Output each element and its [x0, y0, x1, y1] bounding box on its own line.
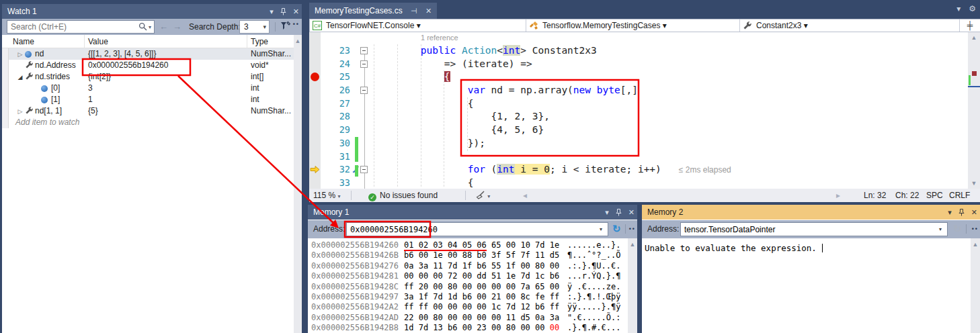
code-line[interactable]: 31: [309, 150, 968, 164]
watch-row[interactable]: ◢nd.strides{int[2]}int[]: [2, 71, 294, 83]
code-line[interactable]: 28 {1, 2, 3},: [309, 110, 968, 124]
memory2-address-input[interactable]: [680, 222, 948, 236]
close-icon[interactable]: ✕: [971, 205, 977, 220]
gear-icon[interactable]: ⚙: [969, 4, 976, 13]
chevron-down-icon[interactable]: ▾: [663, 21, 667, 30]
chevron-down-icon[interactable]: ▾: [417, 21, 421, 30]
memory-row-ascii: ÿÿ.....}.¶ÿ: [567, 302, 620, 312]
split-window-button[interactable]: ╪: [960, 19, 980, 32]
tab-close-icon[interactable]: ✕: [425, 7, 432, 15]
expander-icon[interactable]: ▷: [15, 106, 25, 117]
scroll-up-icon[interactable]: ▲: [295, 38, 301, 44]
chevron-down-icon[interactable]: ▾: [600, 226, 602, 232]
memory1-titlebar[interactable]: Memory 1 ▾ ✕: [308, 205, 637, 220]
memory2-scrollbar[interactable]: ▲: [971, 238, 980, 333]
nav-forward-icon[interactable]: →: [173, 21, 181, 32]
memory-row[interactable]: 0x000002556B1942A2ff ff 00 00 00 00 1c 7…: [308, 302, 628, 312]
close-icon[interactable]: ✕: [628, 205, 635, 220]
code-line[interactable]: 29 {4, 5, 6}: [309, 124, 968, 137]
toolbar-overflow-button[interactable]: ••: [972, 226, 979, 232]
chevron-down-icon[interactable]: ▾: [939, 226, 942, 232]
chevron-down-icon[interactable]: ▾: [804, 21, 808, 30]
pin-icon[interactable]: [958, 209, 965, 216]
project-dropdown[interactable]: C# TensorFlowNET.Console ▾: [310, 19, 526, 32]
type-dropdown[interactable]: Tensorflow.MemoryTestingCases ▾: [526, 19, 740, 32]
memory1-scrollbar[interactable]: ▲: [628, 238, 637, 333]
watch-titlebar[interactable]: Watch 1 ▾ ✕: [2, 4, 302, 19]
memory-row[interactable]: 0x000002556B19428100 00 00 72 00 dd 51 1…: [308, 271, 628, 281]
scroll-down-icon[interactable]: ▼: [971, 180, 977, 187]
toolbar-overflow-button[interactable]: ••: [293, 21, 300, 28]
pin-filter-icon[interactable]: [280, 21, 290, 32]
line-number: 31: [321, 150, 350, 164]
editor-vertical-scrollbar[interactable]: ▲ ▼: [968, 32, 980, 189]
member-dropdown[interactable]: Constant2x3 ▾: [740, 19, 960, 32]
search-depth-select[interactable]: 3 ▾: [239, 20, 270, 34]
window-position-icon[interactable]: ▾: [948, 205, 952, 220]
column-header-type[interactable]: Type: [247, 35, 293, 48]
memory-row[interactable]: 0x000002556B1942B81d 7d 13 b6 00 23 00 8…: [308, 323, 628, 333]
code-line[interactable]: 33 {: [309, 177, 968, 189]
memory2-titlebar[interactable]: Memory 2 ▾ ✕: [642, 205, 980, 220]
fold-collapse-icon[interactable]: [360, 60, 368, 68]
fold-collapse-icon[interactable]: [360, 47, 368, 54]
search-icon[interactable]: [138, 22, 147, 31]
tab-pin-icon[interactable]: ⊣: [411, 7, 417, 15]
memory-rows[interactable]: 0x000002556B19426001 02 03 04 05 06 65 0…: [308, 240, 628, 333]
pin-icon[interactable]: [280, 8, 286, 15]
hscrollbar[interactable]: ◂▸: [511, 189, 840, 202]
add-item-to-watch[interactable]: Add item to watch: [9, 117, 116, 128]
code-line[interactable]: 32 for (int i = 0; i < iterate; i++)≤ 2m…: [309, 163, 968, 177]
codelens-references[interactable]: 1 reference: [421, 34, 458, 42]
code-line[interactable]: 24 => (iterate) =>: [309, 58, 968, 71]
memory2-title: Memory 2: [647, 207, 683, 217]
refresh-icon[interactable]: ↻: [612, 223, 621, 235]
pin-icon[interactable]: [616, 209, 622, 216]
toolbar-overflow-button[interactable]: ••: [629, 226, 636, 232]
code-line[interactable]: 30 });: [309, 137, 968, 150]
memory-row[interactable]: 0x000002556B1942973a 1f 7d 1d b6 00 21 0…: [308, 292, 628, 302]
watch-row[interactable]: [1]1int: [2, 94, 294, 105]
document-tab[interactable]: MemoryTestingCases.cs ⊣ ✕: [309, 3, 437, 19]
code-line[interactable]: 27 {: [309, 97, 968, 111]
memory-row[interactable]: 0x000002556B19426001 02 03 04 05 06 65 0…: [308, 240, 628, 250]
fold-collapse-icon[interactable]: [360, 166, 368, 173]
expander-icon[interactable]: ▷: [15, 49, 25, 60]
close-icon[interactable]: ✕: [293, 4, 299, 19]
fold-collapse-icon[interactable]: [360, 87, 368, 94]
memory1-address-input[interactable]: [346, 222, 608, 236]
scroll-up-icon[interactable]: ▲: [630, 241, 636, 248]
zoom-select[interactable]: 115 % ▾: [313, 189, 341, 202]
expander-icon[interactable]: ◢: [15, 72, 25, 83]
scroll-up-icon[interactable]: ▲: [973, 241, 979, 248]
column-header-name[interactable]: Name: [9, 35, 84, 48]
code-line[interactable]: 25 {: [309, 70, 968, 84]
code-cleanup-button[interactable]: ▾: [476, 189, 490, 202]
scrollbar-caret-marker: [968, 86, 980, 87]
memory-row[interactable]: 0x000002556B19426Bb6 00 1e 00 88 b0 3f 5…: [308, 250, 628, 260]
code-line[interactable]: 26 var nd = np.array(new byte[,]: [309, 84, 968, 97]
memory-row[interactable]: 0x000002556B19428Cff 20 00 80 00 00 00 0…: [308, 282, 628, 292]
column-header-value[interactable]: Value: [84, 35, 247, 48]
add-watch-row[interactable]: Add item to watch: [2, 117, 294, 128]
scroll-up-icon[interactable]: ▲: [971, 34, 977, 41]
chevron-down-icon[interactable]: ▾: [263, 21, 266, 33]
health-indicator[interactable]: ✓No issues found: [368, 189, 438, 202]
window-position-icon[interactable]: ▾: [605, 205, 609, 220]
code-editor[interactable]: 1 reference 23 public Action<int> Consta…: [309, 32, 968, 189]
tab-list-chevron-icon[interactable]: ▾: [956, 4, 961, 13]
watch-row[interactable]: ▷nd{[[1, 2, 3], [4, 5, 6]]}NumShar...: [2, 48, 294, 60]
breakpoint-icon[interactable]: [311, 73, 319, 81]
code-line[interactable]: 23 public Action<int> Constant2x3: [309, 44, 968, 58]
watch-row[interactable]: nd.Address0x000002556b194260void*: [2, 60, 294, 71]
search-input[interactable]: [7, 20, 155, 34]
memory-row[interactable]: 0x000002556B1942760a 3a 11 7d 1f b6 55 1…: [308, 261, 628, 271]
memory-row-address: 0x000002556B1942A2: [311, 302, 399, 312]
memory-row[interactable]: 0x000002556B1942AD22 00 80 00 00 00 00 1…: [308, 313, 628, 323]
search-options-arrow-icon[interactable]: ▾: [149, 24, 151, 30]
nav-back-icon[interactable]: ←: [159, 21, 168, 32]
window-position-icon[interactable]: ▾: [270, 4, 274, 19]
watch-scrollbar[interactable]: ▲: [294, 35, 302, 333]
watch-row[interactable]: ▷nd[1, 1]{5}NumShar...: [2, 105, 294, 117]
watch-row[interactable]: [0]3int: [2, 83, 294, 94]
